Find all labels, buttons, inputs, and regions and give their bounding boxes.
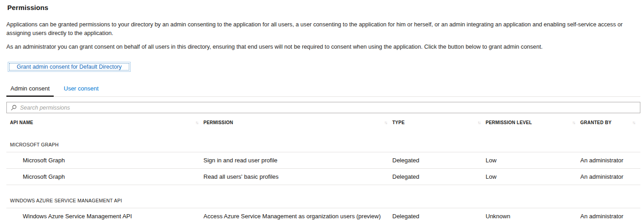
- column-header-type[interactable]: TYPE ↑↓: [392, 120, 486, 125]
- column-header-label: TYPE: [392, 120, 405, 125]
- cell-permission: Access Azure Service Management as organ…: [203, 213, 392, 220]
- table-row[interactable]: Microsoft Graph Read all users' basic pr…: [6, 169, 640, 185]
- column-header-granted-by[interactable]: GRANTED BY ↑↓: [580, 120, 640, 125]
- cell-permission: Read all users' basic profiles: [203, 173, 392, 180]
- cell-permission: Sign in and read user profile: [203, 157, 392, 164]
- permissions-page: Permissions Applications can be granted …: [0, 0, 644, 221]
- sort-icon[interactable]: ↑↓: [477, 120, 480, 125]
- cell-granted-by: An administrator: [580, 157, 640, 164]
- column-header-permission-level[interactable]: PERMISSION LEVEL ↑↓: [486, 120, 580, 125]
- group-header-microsoft-graph: MICROSOFT GRAPH: [6, 129, 640, 152]
- table-row[interactable]: Microsoft Graph Sign in and read user pr…: [6, 152, 640, 169]
- cell-granted-by: An administrator: [580, 173, 640, 180]
- cell-permission-level: Low: [486, 157, 580, 164]
- cell-type: Delegated: [392, 213, 486, 220]
- group-header-windows-azure-service-management-api: WINDOWS AZURE SERVICE MANAGEMENT API: [6, 185, 640, 208]
- table-header-row: API NAME ↑↓ PERMISSION ↑↓ TYPE ↑↓ PERMIS…: [6, 113, 640, 129]
- column-header-label: PERMISSION: [203, 120, 233, 125]
- cell-type: Delegated: [392, 157, 486, 164]
- grant-admin-consent-button[interactable]: Grant admin consent for Default Director…: [8, 62, 131, 72]
- cell-api-name: Microsoft Graph: [6, 157, 203, 164]
- column-header-label: PERMISSION LEVEL: [486, 120, 532, 125]
- sort-icon[interactable]: ↑↓: [572, 120, 575, 125]
- column-header-permission[interactable]: PERMISSION ↑↓: [203, 120, 392, 125]
- search-icon: [10, 105, 17, 111]
- cell-api-name: Microsoft Graph: [6, 173, 203, 180]
- tab-admin-consent[interactable]: Admin consent: [6, 82, 54, 96]
- description-paragraph-2: As an administrator you can grant consen…: [6, 43, 639, 51]
- cell-granted-by: An administrator: [580, 213, 640, 220]
- sort-icon[interactable]: ↑↓: [384, 120, 387, 125]
- search-input[interactable]: [20, 105, 636, 111]
- permissions-table: API NAME ↑↓ PERMISSION ↑↓ TYPE ↑↓ PERMIS…: [6, 113, 640, 221]
- sort-icon[interactable]: ↑↓: [632, 120, 635, 125]
- sort-icon[interactable]: ↑↓: [195, 120, 198, 125]
- column-header-label: API NAME: [10, 120, 33, 125]
- column-header-label: GRANTED BY: [580, 120, 612, 125]
- description-paragraph-1: Applications can be granted permissions …: [6, 20, 639, 38]
- consent-tabs: Admin consent User consent: [6, 82, 640, 97]
- search-permissions-box: [6, 102, 640, 113]
- cell-api-name: Windows Azure Service Management API: [6, 213, 203, 220]
- column-header-api-name[interactable]: API NAME ↑↓: [6, 120, 203, 125]
- cell-permission-level: Unknown: [486, 213, 580, 220]
- page-title: Permissions: [7, 4, 640, 11]
- tab-user-consent[interactable]: User consent: [60, 82, 103, 96]
- table-row[interactable]: Windows Azure Service Management API Acc…: [6, 208, 640, 221]
- cell-type: Delegated: [392, 173, 486, 180]
- cell-permission-level: Low: [486, 173, 580, 180]
